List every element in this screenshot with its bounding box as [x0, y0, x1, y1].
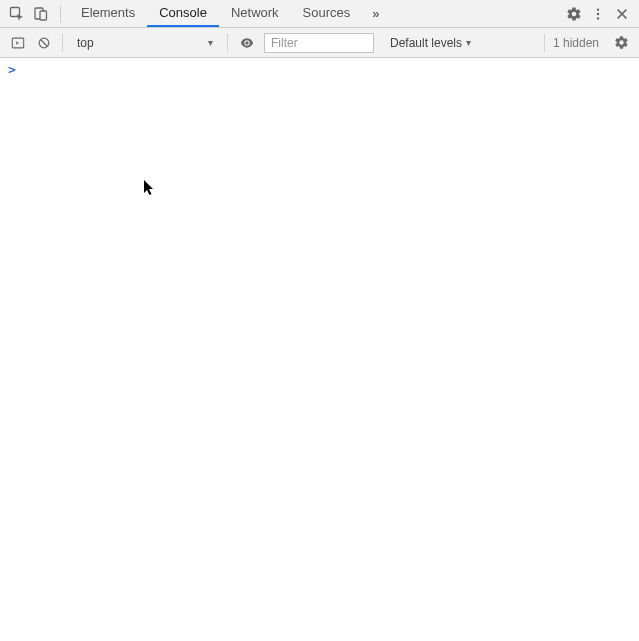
context-selector[interactable]: top ▾: [71, 32, 219, 54]
devtools-tabbar: Elements Console Network Sources »: [0, 0, 639, 28]
svg-point-4: [597, 12, 599, 14]
settings-icon[interactable]: [563, 3, 585, 25]
device-toolbar-icon[interactable]: [30, 3, 52, 25]
live-expression-icon[interactable]: [236, 35, 258, 51]
svg-point-5: [597, 17, 599, 19]
inspect-element-icon[interactable]: [6, 3, 28, 25]
hidden-messages-label[interactable]: 1 hidden: [553, 36, 599, 50]
separator: [544, 34, 545, 52]
kebab-menu-icon[interactable]: [587, 3, 609, 25]
mouse-cursor-icon: [143, 179, 155, 197]
separator: [227, 34, 228, 52]
close-icon[interactable]: [611, 3, 633, 25]
console-settings-icon[interactable]: [611, 33, 631, 53]
separator: [62, 34, 63, 52]
tabs-container: Elements Console Network Sources »: [69, 0, 561, 27]
console-output[interactable]: >: [0, 58, 639, 641]
more-tabs-icon[interactable]: »: [362, 0, 389, 27]
filter-input[interactable]: [264, 33, 374, 53]
tab-elements[interactable]: Elements: [69, 0, 147, 27]
chevron-down-icon: ▾: [208, 37, 213, 48]
tab-console[interactable]: Console: [147, 0, 219, 27]
toggle-drawer-icon[interactable]: [8, 33, 28, 53]
console-toolbar: top ▾ Default levels ▾ 1 hidden: [0, 28, 639, 58]
console-prompt: >: [0, 58, 639, 82]
svg-point-3: [597, 8, 599, 10]
tab-network[interactable]: Network: [219, 0, 291, 27]
clear-console-icon[interactable]: [34, 33, 54, 53]
svg-rect-2: [40, 11, 47, 20]
context-label: top: [77, 36, 94, 50]
chevron-down-icon: ▾: [466, 37, 471, 48]
tabbar-right-icons: [563, 3, 633, 25]
log-levels-selector[interactable]: Default levels ▾: [390, 36, 471, 50]
separator: [60, 5, 61, 23]
tab-sources[interactable]: Sources: [291, 0, 363, 27]
levels-label: Default levels: [390, 36, 462, 50]
